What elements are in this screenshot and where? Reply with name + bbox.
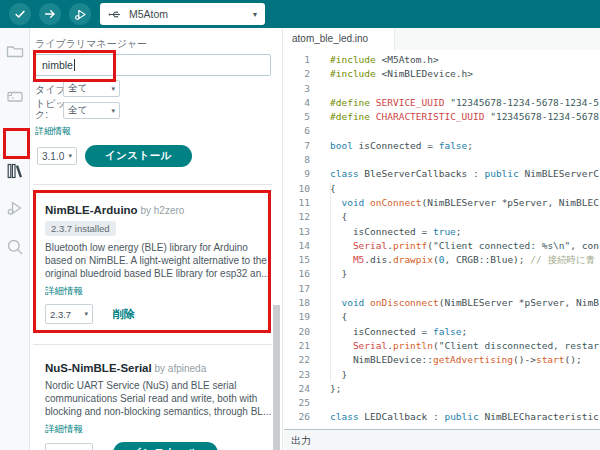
library-entry-nimble-arduino[interactable]: NimBLE-Arduino by h2zero2.3.7 installedB…	[45, 204, 271, 324]
line-number: 13	[284, 225, 310, 239]
description-line: original bluedroid based BLE library for…	[45, 268, 271, 281]
description-line: communications Serial read and write, bo…	[45, 393, 271, 406]
code-line[interactable]: 17	[284, 282, 600, 296]
library-manager-panel: ライブラリマネージャー nimble タイプ: 全て▾ トピック: 全て▾ 詳細…	[30, 28, 283, 450]
code-line[interactable]: 2#include <NimBLEDevice.h>	[284, 67, 600, 81]
description-line: blocking and non-blocking semantics, thr…	[45, 406, 271, 419]
code-line[interactable]: 26class LEDCallback : public NimBLEChara…	[284, 410, 600, 424]
panel-title: ライブラリマネージャー	[35, 37, 147, 51]
upload-icon	[43, 7, 57, 21]
code-line[interactable]: 7bool isConnected = false;	[284, 139, 600, 153]
installed-badge: 2.3.7 installed	[45, 221, 116, 236]
code-line[interactable]: 6	[284, 124, 600, 138]
line-number: 5	[284, 110, 310, 124]
line-number: 23	[284, 368, 310, 382]
line-number: 19	[284, 310, 310, 324]
board-selector[interactable]: M5Atom ▾	[100, 3, 265, 25]
search-input-value: nimble	[42, 59, 73, 71]
library-entry-title: NimBLE-Arduino by h2zero	[45, 204, 271, 216]
line-number: 8	[284, 153, 310, 167]
more-info-link[interactable]: 詳細情報	[35, 125, 71, 138]
editor-tabbar: atom_ble_led.ino	[284, 28, 600, 50]
boards-manager-icon	[5, 86, 25, 106]
sidebar-item-sketchbook[interactable]	[5, 41, 25, 61]
sidebar-item-boards-manager[interactable]	[5, 86, 25, 106]
more-info-link[interactable]: 詳細情報	[45, 285, 83, 298]
code-line[interactable]: 24};	[284, 382, 600, 396]
library-description: Bluetooth low energy (BLE) library for A…	[45, 242, 271, 280]
code-line[interactable]: 25	[284, 396, 600, 410]
line-number: 15	[284, 253, 310, 267]
line-number: 3	[284, 82, 310, 96]
usb-icon	[108, 8, 121, 21]
more-info-link[interactable]: 詳細情報	[45, 423, 83, 436]
line-number: 1	[284, 53, 310, 67]
line-number: 2	[284, 67, 310, 81]
code-line[interactable]: 11 void onConnect(NimBLEServer *pServer,…	[284, 196, 600, 210]
output-panel-header[interactable]: 出力	[284, 429, 600, 450]
line-number: 20	[284, 325, 310, 339]
line-number: 26	[284, 410, 310, 424]
library-author: by h2zero	[138, 205, 185, 216]
code-line[interactable]: 14 Serial.printf("Client connected: %s\n…	[284, 239, 600, 253]
code-line[interactable]: 1#include <M5Atom.h>	[284, 53, 600, 67]
sidebar-debug-icon	[5, 198, 25, 218]
sidebar-item-library-manager[interactable]	[5, 161, 25, 181]
search-icon	[5, 237, 25, 257]
code-line[interactable]: 12 {	[284, 210, 600, 224]
topic-filter-select[interactable]: 全て▾	[63, 102, 120, 119]
version-value: 3.1.0	[42, 151, 64, 162]
code-line[interactable]: 8	[284, 153, 600, 167]
search-input[interactable]: nimble	[35, 54, 271, 76]
line-number: 7	[284, 139, 310, 153]
library-author: by afpineda	[152, 363, 207, 374]
version-select[interactable]: 4.2.1▾	[45, 443, 93, 450]
version-select[interactable]: 3.1.0▾	[37, 147, 77, 165]
code-line[interactable]: 20 isConnected = false;	[284, 325, 600, 339]
code-line[interactable]: 16 }	[284, 267, 600, 281]
line-number: 14	[284, 239, 310, 253]
install-button[interactable]: インストール	[85, 145, 192, 167]
output-label: 出力	[291, 434, 311, 448]
line-number: 10	[284, 182, 310, 196]
start-debug-button[interactable]	[69, 3, 91, 25]
activity-sidebar	[0, 28, 30, 450]
sidebar-item-debug[interactable]	[5, 198, 25, 218]
code-line[interactable]: 23 }	[284, 368, 600, 382]
verify-button[interactable]	[9, 3, 31, 25]
sidebar-item-search[interactable]	[5, 237, 25, 257]
code-editor[interactable]: 1#include <M5Atom.h>2#include <NimBLEDev…	[284, 53, 600, 425]
line-number: 18	[284, 296, 310, 310]
code-line[interactable]: 13 isConnected = true;	[284, 225, 600, 239]
code-line[interactable]: 10{	[284, 182, 600, 196]
divider	[33, 344, 272, 345]
topic-filter-value: 全て	[68, 104, 87, 117]
code-line[interactable]: 21 Serial.println("Client disconnected, …	[284, 339, 600, 353]
line-number: 12	[284, 210, 310, 224]
code-line[interactable]: 15 M5.dis.drawpix(0, CRGB::Blue); // 接続時…	[284, 253, 600, 267]
library-entry-nus-nimble-serial[interactable]: NuS-NimBLE-Serial by afpinedaNordic UART…	[45, 362, 271, 450]
divider	[33, 184, 272, 185]
library-name: NimBLE-Arduino	[45, 204, 138, 216]
install-button[interactable]: インストール	[113, 442, 218, 450]
code-line[interactable]: 3	[284, 82, 600, 96]
panel-scrollbar[interactable]	[273, 305, 280, 450]
line-number: 21	[284, 339, 310, 353]
code-line[interactable]: 5#define CHARACTERISTIC_UUID "12345678-1…	[284, 110, 600, 124]
remove-button[interactable]: 削除	[113, 307, 135, 322]
code-line[interactable]: 18 void onDisconnect(NimBLEServer *pServ…	[284, 296, 600, 310]
type-filter-select[interactable]: 全て▾	[63, 80, 120, 97]
tab-atom-ble-led[interactable]: atom_ble_led.ino	[284, 28, 395, 50]
code-line[interactable]: 19 {	[284, 310, 600, 324]
line-number: 24	[284, 382, 310, 396]
description-line: based on NimBLE. A light-weight alternat…	[45, 255, 271, 268]
description-line: Nordic UART Service (NuS) and BLE serial	[45, 380, 271, 393]
upload-button[interactable]	[39, 3, 61, 25]
line-number: 6	[284, 124, 310, 138]
code-line[interactable]: 9class BleServerCallbacks : public NimBL…	[284, 167, 600, 181]
version-select[interactable]: 2.3.7▾	[45, 304, 93, 324]
line-number: 22	[284, 353, 310, 367]
code-line[interactable]: 22 NimBLEDevice::getAdvertising()->start…	[284, 353, 600, 367]
line-number: 4	[284, 96, 310, 110]
code-line[interactable]: 4#define SERVICE_UUID "12345678-1234-567…	[284, 96, 600, 110]
